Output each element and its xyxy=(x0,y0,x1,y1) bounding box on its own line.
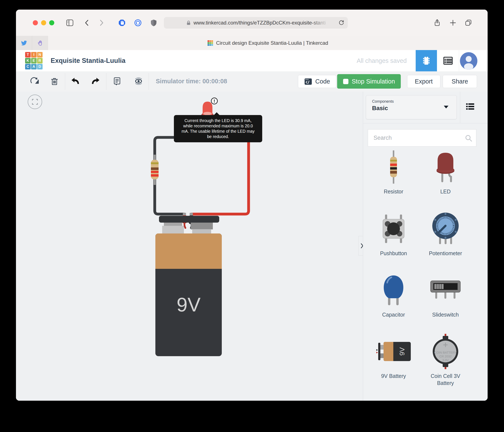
search-input[interactable] xyxy=(368,130,476,146)
potentiometer-icon xyxy=(430,212,461,246)
stop-simulation-label: Stop Simulation xyxy=(352,78,395,85)
list-view-button[interactable] xyxy=(437,50,459,71)
pinned-tab-twitter[interactable] xyxy=(16,36,32,50)
component-item-9v-battery[interactable]: 9V 9V Battery xyxy=(368,330,420,392)
toolbar-divider xyxy=(106,73,107,90)
minimize-window-button[interactable] xyxy=(41,20,46,25)
share-icon[interactable] xyxy=(433,19,441,27)
shield-extension-icon[interactable] xyxy=(150,19,158,27)
password-manager-extension-icon[interactable] xyxy=(134,19,142,27)
code-button[interactable]: Code xyxy=(298,75,336,88)
toolbar-divider xyxy=(65,73,65,90)
circuit-canvas[interactable]: 9V ! xyxy=(16,92,363,401)
active-tab[interactable]: Circuit design Exquisite Stantia-Luulia … xyxy=(48,36,488,50)
safari-window: www.tinkercad.com/things/eTZZBpDcCKm-exq… xyxy=(16,9,488,401)
sidebar-icon[interactable] xyxy=(66,19,74,27)
warning-mark: ! xyxy=(214,98,215,104)
undo-icon[interactable] xyxy=(71,76,80,86)
tooltip-line: Current through the LED is 30.9 mA, xyxy=(176,118,260,123)
resistor-component[interactable] xyxy=(151,155,159,185)
browser-toolbar: www.tinkercad.com/things/eTZZBpDcCKm-exq… xyxy=(16,9,488,36)
tab-bar: Circuit design Exquisite Stantia-Luulia … xyxy=(16,36,488,50)
logo-tile: C xyxy=(25,64,31,69)
simulator-time: Simulator time: 00:00:08 xyxy=(156,78,227,85)
logo-tile: A xyxy=(31,64,36,69)
content-blocker-extension-icon[interactable] xyxy=(118,19,126,27)
chevron-down-icon xyxy=(444,106,449,108)
logo-tile: N xyxy=(37,52,43,57)
stop-icon xyxy=(343,79,349,84)
component-list-view-button[interactable] xyxy=(466,103,475,111)
battery-voltage-label: 9V xyxy=(177,294,201,316)
slideswitch-icon xyxy=(430,277,461,303)
share-button[interactable]: Share xyxy=(443,75,477,88)
export-button[interactable]: Export xyxy=(407,75,440,88)
tab-title: Circuit design Exquisite Stantia-Luulia … xyxy=(216,40,328,46)
new-tab-icon[interactable] xyxy=(449,19,457,27)
stop-simulation-button[interactable]: Stop Simulation xyxy=(337,74,401,89)
avatar[interactable] xyxy=(460,52,477,70)
coin-text-line: CR 2032 xyxy=(439,355,451,358)
tab-overview-icon[interactable] xyxy=(465,19,472,27)
component-label: Potentiometer xyxy=(423,250,468,257)
forward-icon[interactable] xyxy=(98,19,105,27)
fit-brackets-icon xyxy=(32,99,38,105)
url-text: www.tinkercad.com/things/eTZZBpDcCKm-exq… xyxy=(193,20,326,26)
back-icon[interactable] xyxy=(83,19,91,27)
coin-cell-icon: COIN BATTERY CR 2032 3.0V xyxy=(432,333,459,370)
battery-9v-component[interactable]: 9V xyxy=(155,216,222,356)
component-item-slideswitch[interactable]: Slideswitch xyxy=(420,269,471,331)
url-fade xyxy=(311,18,335,28)
logo-tile: E xyxy=(31,58,36,64)
black-wire[interactable] xyxy=(155,137,184,214)
delete-icon[interactable] xyxy=(50,76,59,86)
redo-icon[interactable] xyxy=(91,76,100,86)
component-item-potentiometer[interactable]: Potentiometer xyxy=(420,208,471,270)
components-category-value: Basic xyxy=(372,105,388,112)
code-label: Code xyxy=(315,78,330,85)
hand-icon xyxy=(37,40,43,46)
logo-tile: K xyxy=(25,58,31,64)
component-label: Slideswitch xyxy=(423,311,468,318)
editor-content: 9V ! xyxy=(16,92,488,401)
rotate-icon[interactable] xyxy=(30,76,40,86)
components-category-dropdown[interactable]: Components Basic xyxy=(366,95,457,119)
zoom-window-button[interactable] xyxy=(49,20,54,25)
pinned-tab-hand[interactable] xyxy=(32,36,48,50)
component-item-capacitor[interactable]: Capacitor xyxy=(368,269,420,331)
coin-text-line: 3.0V xyxy=(442,358,449,362)
zoom-to-fit-button[interactable] xyxy=(28,94,42,109)
components-view-button[interactable] xyxy=(416,50,437,71)
logo-tile: I xyxy=(31,52,36,57)
components-panel: Components Basic xyxy=(363,92,488,401)
notes-icon[interactable] xyxy=(112,76,122,86)
component-visibility-icon[interactable] xyxy=(134,76,144,86)
editor-toolbar: Simulator time: 00:00:08 Code Stop Simul… xyxy=(16,71,488,92)
component-label: Capacitor xyxy=(371,311,416,318)
battery-9v-icon: 9V xyxy=(376,340,412,363)
tooltip-line: mA. The usable lifetime of the LED may xyxy=(176,129,260,134)
component-item-pushbutton[interactable]: Pushbutton xyxy=(368,208,420,270)
tinkercad-logo[interactable]: T I N K E R C A D xyxy=(25,52,43,69)
tooltip-line: be reduced. xyxy=(176,134,260,139)
component-label: Resistor xyxy=(371,188,416,195)
search-icon xyxy=(465,134,473,143)
warning-badge[interactable]: ! xyxy=(211,98,217,104)
tinkercad-header: T I N K E R C A D Exquisite Stantia-Luul… xyxy=(16,50,488,72)
resistor-icon xyxy=(389,150,398,184)
design-title[interactable]: Exquisite Stantia-Luulia xyxy=(51,57,125,65)
component-search xyxy=(368,129,476,147)
close-window-button[interactable] xyxy=(33,20,38,25)
red-wire[interactable] xyxy=(191,140,249,214)
component-item-coin-cell[interactable]: COIN BATTERY CR 2032 3.0V Coin Cell 3V B… xyxy=(420,330,471,392)
coin-text-line: COIN BATTERY xyxy=(434,351,457,354)
component-item-resistor[interactable]: Resistor xyxy=(368,146,420,208)
toolbar-divider xyxy=(149,73,149,90)
lock-icon xyxy=(186,20,191,26)
person-icon xyxy=(460,52,477,70)
url-bar[interactable]: www.tinkercad.com/things/eTZZBpDcCKm-exq… xyxy=(164,17,348,28)
component-item-led[interactable]: LED xyxy=(420,146,471,208)
refresh-icon[interactable] xyxy=(338,20,344,27)
components-label: Components xyxy=(372,99,394,104)
led-warning-tooltip: Current through the LED is 30.9 mA, whil… xyxy=(174,115,262,142)
